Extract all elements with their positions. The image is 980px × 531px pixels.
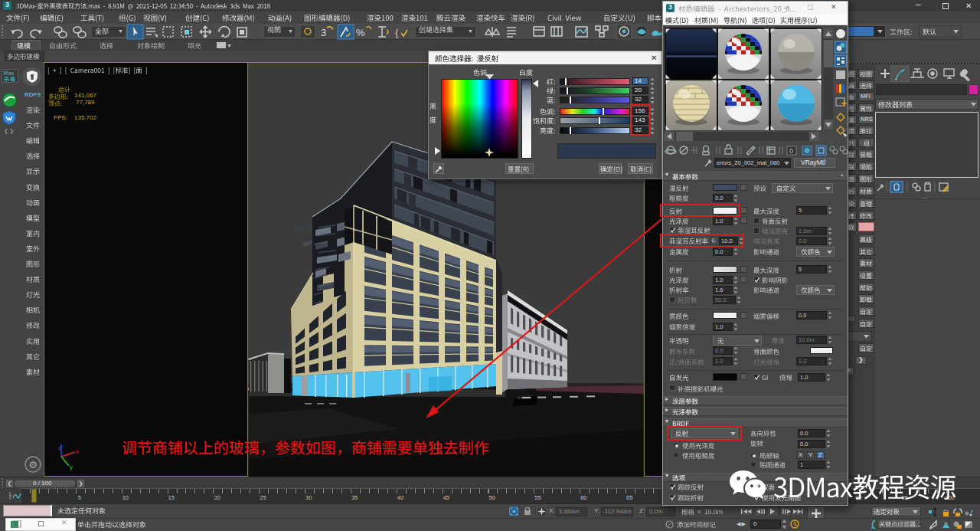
svg-text:0: 0 xyxy=(789,147,793,155)
